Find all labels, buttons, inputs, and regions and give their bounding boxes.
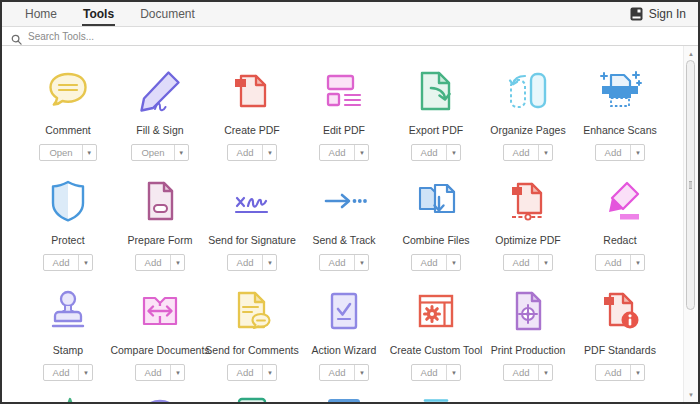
button-label[interactable]: Add xyxy=(412,365,447,380)
button-label[interactable]: Add xyxy=(504,365,539,380)
tool-add-button[interactable]: Add▼ xyxy=(411,364,462,381)
compare-documents-icon[interactable] xyxy=(136,287,184,335)
partial-lines-icon[interactable] xyxy=(412,397,460,402)
dropdown-arrow-icon[interactable]: ▼ xyxy=(78,255,92,270)
tool-add-button[interactable]: Add▼ xyxy=(595,144,646,161)
dropdown-arrow-icon[interactable]: ▼ xyxy=(78,365,92,380)
dropdown-arrow-icon[interactable]: ▼ xyxy=(262,255,276,270)
tool-add-button[interactable]: Add▼ xyxy=(319,144,370,161)
prepare-form-icon[interactable] xyxy=(136,177,184,225)
search-bar[interactable] xyxy=(2,27,698,46)
button-label[interactable]: Add xyxy=(596,365,631,380)
enhance-scans-icon[interactable] xyxy=(596,67,644,115)
tab-document[interactable]: Document xyxy=(127,2,208,26)
optimize-pdf-icon[interactable] xyxy=(504,177,552,225)
organize-pages-icon[interactable] xyxy=(504,67,552,115)
dropdown-arrow-icon[interactable]: ▼ xyxy=(630,255,644,270)
scroll-down-arrow-icon[interactable]: ▼ xyxy=(684,389,698,400)
partial-triangle-icon[interactable] xyxy=(44,397,92,402)
dropdown-arrow-icon[interactable]: ▼ xyxy=(170,365,184,380)
button-label[interactable]: Add xyxy=(320,365,355,380)
custom-tool-icon[interactable] xyxy=(412,287,460,335)
dropdown-arrow-icon[interactable]: ▼ xyxy=(446,365,460,380)
tool-add-button[interactable]: Add▼ xyxy=(43,254,94,271)
button-label[interactable]: Add xyxy=(136,365,171,380)
tool-add-button[interactable]: Add▼ xyxy=(227,254,278,271)
button-label[interactable]: Open xyxy=(132,145,173,160)
create-pdf-icon[interactable] xyxy=(228,67,276,115)
button-label[interactable]: Add xyxy=(596,255,631,270)
dropdown-arrow-icon[interactable]: ▼ xyxy=(630,145,644,160)
tool-add-button[interactable]: Add▼ xyxy=(319,364,370,381)
tool-open-button[interactable]: Open▼ xyxy=(131,144,188,161)
partial-block-icon[interactable] xyxy=(320,397,368,402)
tool-add-button[interactable]: Add▼ xyxy=(319,254,370,271)
button-label[interactable]: Add xyxy=(412,255,447,270)
button-label[interactable]: Add xyxy=(504,255,539,270)
sign-in-label[interactable]: Sign In xyxy=(649,7,686,21)
button-label[interactable]: Add xyxy=(412,145,447,160)
button-label[interactable]: Add xyxy=(44,255,79,270)
partial-frame-icon[interactable] xyxy=(228,397,276,402)
button-label[interactable]: Add xyxy=(320,255,355,270)
scrollbar-thumb[interactable] xyxy=(686,60,695,310)
button-label[interactable]: Add xyxy=(136,255,171,270)
tool-add-button[interactable]: Add▼ xyxy=(595,254,646,271)
button-label[interactable]: Add xyxy=(228,145,263,160)
partial-dome-icon[interactable] xyxy=(136,397,184,402)
button-label[interactable]: Add xyxy=(228,255,263,270)
tool-add-button[interactable]: Add▼ xyxy=(503,364,554,381)
tool-open-button[interactable]: Open▼ xyxy=(39,144,96,161)
fill-sign-icon[interactable] xyxy=(136,67,184,115)
tool-add-button[interactable]: Add▼ xyxy=(503,254,554,271)
dropdown-arrow-icon[interactable]: ▼ xyxy=(354,365,368,380)
tool-add-button[interactable]: Add▼ xyxy=(503,144,554,161)
send-comments-icon[interactable] xyxy=(228,287,276,335)
dropdown-arrow-icon[interactable]: ▼ xyxy=(174,145,188,160)
tab-home[interactable]: Home xyxy=(12,2,70,26)
dropdown-arrow-icon[interactable]: ▼ xyxy=(538,145,552,160)
tool-add-button[interactable]: Add▼ xyxy=(43,364,94,381)
tool-add-button[interactable]: Add▼ xyxy=(135,254,186,271)
button-label[interactable]: Add xyxy=(596,145,631,160)
send-signature-icon[interactable] xyxy=(228,177,276,225)
dropdown-arrow-icon[interactable]: ▼ xyxy=(262,145,276,160)
button-label[interactable]: Add xyxy=(228,365,263,380)
tool-add-button[interactable]: Add▼ xyxy=(227,364,278,381)
scroll-up-arrow-icon[interactable]: ▲ xyxy=(684,48,698,59)
tool-add-button[interactable]: Add▼ xyxy=(135,364,186,381)
dropdown-arrow-icon[interactable]: ▼ xyxy=(262,365,276,380)
dropdown-arrow-icon[interactable]: ▼ xyxy=(354,145,368,160)
comment-icon[interactable] xyxy=(44,67,92,115)
print-production-icon[interactable] xyxy=(504,287,552,335)
dropdown-arrow-icon[interactable]: ▼ xyxy=(538,255,552,270)
export-pdf-icon[interactable] xyxy=(412,67,460,115)
search-input[interactable] xyxy=(28,31,328,42)
send-track-icon[interactable] xyxy=(320,177,368,225)
scrollbar[interactable]: ▲ ▼ xyxy=(683,46,698,402)
button-label[interactable]: Add xyxy=(504,145,539,160)
tool-add-button[interactable]: Add▼ xyxy=(227,144,278,161)
dropdown-arrow-icon[interactable]: ▼ xyxy=(354,255,368,270)
redact-icon[interactable] xyxy=(596,177,644,225)
sign-in-area[interactable]: Sign In xyxy=(630,2,698,26)
stamp-icon[interactable] xyxy=(44,287,92,335)
tool-add-button[interactable]: Add▼ xyxy=(595,364,646,381)
action-wizard-icon[interactable] xyxy=(320,287,368,335)
tool-add-button[interactable]: Add▼ xyxy=(411,254,462,271)
tab-tools[interactable]: Tools xyxy=(70,2,127,26)
dropdown-arrow-icon[interactable]: ▼ xyxy=(630,365,644,380)
protect-icon[interactable] xyxy=(44,177,92,225)
combine-files-icon[interactable] xyxy=(412,177,460,225)
button-label[interactable]: Add xyxy=(320,145,355,160)
dropdown-arrow-icon[interactable]: ▼ xyxy=(538,365,552,380)
dropdown-arrow-icon[interactable]: ▼ xyxy=(446,255,460,270)
button-label[interactable]: Add xyxy=(44,365,79,380)
tool-add-button[interactable]: Add▼ xyxy=(411,144,462,161)
dropdown-arrow-icon[interactable]: ▼ xyxy=(170,255,184,270)
edit-pdf-icon[interactable] xyxy=(320,67,368,115)
pdf-standards-icon[interactable] xyxy=(596,287,644,335)
dropdown-arrow-icon[interactable]: ▼ xyxy=(82,145,96,160)
dropdown-arrow-icon[interactable]: ▼ xyxy=(446,145,460,160)
button-label[interactable]: Open xyxy=(40,145,81,160)
